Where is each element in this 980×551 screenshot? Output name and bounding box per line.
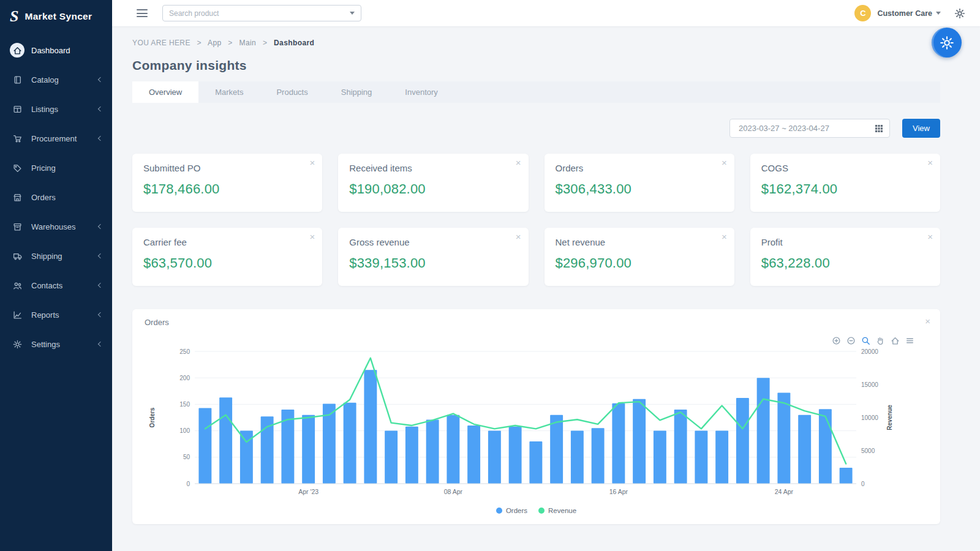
- home-icon[interactable]: [891, 336, 900, 345]
- kpi-card-carrier-fee: ×Carrier fee$63,570.00: [132, 228, 322, 286]
- user-menu[interactable]: Customer Care: [877, 9, 941, 18]
- svg-text:200: 200: [179, 375, 190, 381]
- chevron-left-icon: [98, 77, 103, 82]
- legend-revenue[interactable]: Revenue: [538, 507, 576, 514]
- kpi-card-value: $339,153.00: [349, 255, 517, 271]
- shipping-icon: [10, 249, 24, 263]
- gear-icon[interactable]: [954, 8, 965, 19]
- chart-legend: OrdersRevenue: [145, 504, 928, 518]
- svg-text:100: 100: [179, 427, 190, 434]
- close-icon[interactable]: ×: [309, 158, 315, 167]
- breadcrumb-item-app[interactable]: App: [208, 39, 222, 47]
- kpi-card-cogs: ×COGS$162,374.00: [750, 154, 940, 212]
- page-title: Company insights: [132, 58, 940, 73]
- kpi-card-title: Orders: [556, 163, 723, 173]
- sidebar-item-settings[interactable]: Settings: [0, 329, 112, 359]
- breadcrumb-separator: >: [263, 39, 267, 47]
- topbar-right: C Customer Care: [854, 5, 965, 21]
- kpi-card-title: Submitted PO: [143, 163, 311, 173]
- sidebar-item-label: Dashboard: [31, 46, 70, 55]
- breadcrumb-item-main[interactable]: Main: [239, 39, 257, 47]
- calendar-grid-icon: [875, 124, 883, 133]
- sidebar-item-orders[interactable]: Orders: [0, 182, 112, 212]
- close-icon[interactable]: ×: [925, 317, 930, 326]
- legend-label: Orders: [506, 507, 527, 514]
- tab-products[interactable]: Products: [260, 81, 324, 103]
- sidebar-item-label: Settings: [31, 340, 60, 349]
- chart-toolbar: [832, 336, 914, 345]
- breadcrumb-current: Dashboard: [274, 39, 314, 47]
- svg-text:15000: 15000: [861, 381, 878, 388]
- sidebar-item-procurement[interactable]: Procurement: [0, 124, 112, 153]
- search-input[interactable]: Search product: [162, 5, 361, 21]
- chevron-left-icon: [98, 136, 103, 141]
- catalog-icon: [10, 72, 24, 87]
- selection-zoom-icon[interactable]: [861, 336, 870, 345]
- sidebar-item-listings[interactable]: Listings: [0, 94, 112, 124]
- close-icon[interactable]: ×: [927, 158, 933, 167]
- svg-text:5000: 5000: [861, 448, 875, 454]
- theme-settings-button[interactable]: [932, 28, 962, 58]
- chart-title: Orders: [145, 318, 169, 327]
- tab-shipping[interactable]: Shipping: [325, 81, 389, 103]
- sidebar-item-shipping[interactable]: Shipping: [0, 241, 112, 271]
- kpi-card-net-revenue: ×Net revenue$296,970.00: [545, 228, 734, 286]
- app-logo[interactable]: S Market Syncer: [0, 0, 112, 36]
- sidebar: S Market Syncer DashboardCatalogListings…: [0, 0, 112, 551]
- date-range-input[interactable]: 2023-03-27 ~ 2023-04-27: [729, 119, 890, 138]
- kpi-card-title: Gross revenue: [349, 237, 517, 247]
- svg-text:150: 150: [179, 401, 190, 408]
- menu-toggle-icon[interactable]: [137, 7, 149, 20]
- svg-text:10000: 10000: [861, 414, 878, 421]
- kpi-card-title: Profit: [761, 237, 929, 247]
- gear-icon: [940, 36, 954, 50]
- settings-icon: [10, 337, 24, 351]
- sidebar-item-label: Catalog: [31, 75, 59, 84]
- orders-chart-card: Orders × 0501001502002500500010000150002…: [132, 309, 940, 524]
- pan-icon[interactable]: [876, 336, 885, 345]
- svg-text:250: 250: [179, 348, 190, 355]
- date-range-value: 2023-03-27 ~ 2023-04-27: [739, 124, 829, 133]
- search-placeholder: Search product: [169, 9, 219, 18]
- view-button[interactable]: View: [902, 119, 940, 138]
- sidebar-item-catalog[interactable]: Catalog: [0, 65, 112, 94]
- main-area: Search product C Customer Care YOU ARE H…: [112, 0, 980, 551]
- close-icon[interactable]: ×: [722, 158, 727, 167]
- contacts-icon: [10, 278, 24, 293]
- svg-text:Revenue: Revenue: [886, 405, 893, 430]
- kpi-card-value: $296,970.00: [556, 255, 723, 271]
- tab-inventory[interactable]: Inventory: [388, 81, 454, 103]
- kpi-card-orders: ×Orders$306,433.00: [545, 154, 734, 212]
- svg-text:Orders: Orders: [149, 407, 156, 427]
- close-icon[interactable]: ×: [927, 232, 933, 241]
- menu-icon[interactable]: [905, 336, 914, 345]
- sidebar-item-reports[interactable]: Reports: [0, 300, 112, 329]
- svg-text:08 Apr: 08 Apr: [444, 488, 463, 495]
- sidebar-item-contacts[interactable]: Contacts: [0, 271, 112, 300]
- warehouses-icon: [10, 219, 24, 234]
- svg-text:0: 0: [861, 481, 865, 487]
- orders-icon: [10, 190, 24, 204]
- sidebar-item-label: Reports: [31, 310, 59, 320]
- sidebar-item-pricing[interactable]: Pricing: [0, 153, 112, 182]
- zoom-in-icon[interactable]: [832, 336, 841, 345]
- tab-markets[interactable]: Markets: [198, 81, 260, 103]
- close-icon[interactable]: ×: [309, 232, 315, 241]
- sidebar-item-label: Listings: [31, 105, 58, 114]
- sidebar-item-warehouses[interactable]: Warehouses: [0, 212, 112, 241]
- tab-overview[interactable]: Overview: [132, 81, 198, 103]
- sidebar-item-label: Shipping: [31, 252, 62, 261]
- orders-revenue-chart[interactable]: 05010015020025005000100001500020000Apr '…: [145, 348, 928, 504]
- kpi-card-value: $178,466.00: [143, 181, 311, 197]
- close-icon[interactable]: ×: [516, 158, 521, 167]
- close-icon[interactable]: ×: [516, 232, 521, 241]
- zoom-out-icon[interactable]: [846, 336, 856, 345]
- breadcrumb-prefix: YOU ARE HERE: [132, 39, 190, 47]
- avatar[interactable]: C: [854, 5, 871, 21]
- app-title: Market Syncer: [24, 11, 92, 22]
- close-icon[interactable]: ×: [722, 232, 727, 241]
- svg-text:16 Apr: 16 Apr: [609, 488, 628, 495]
- sidebar-item-dashboard[interactable]: Dashboard: [0, 36, 112, 65]
- kpi-card-value: $190,082.00: [349, 181, 517, 197]
- legend-orders[interactable]: Orders: [496, 507, 527, 514]
